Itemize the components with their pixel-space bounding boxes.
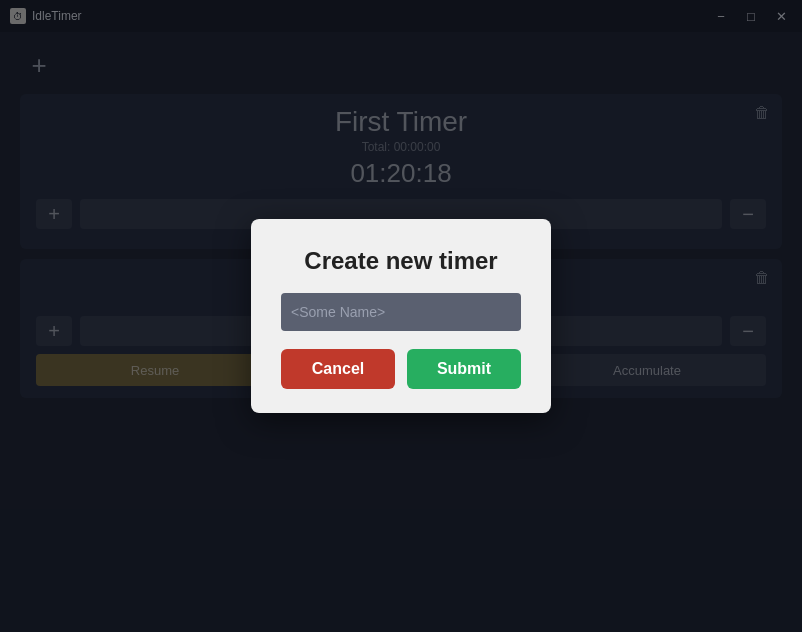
create-timer-dialog: Create new timer Cancel Submit bbox=[251, 219, 551, 413]
submit-button[interactable]: Submit bbox=[407, 349, 521, 389]
dialog-action-buttons: Cancel Submit bbox=[281, 349, 521, 389]
dialog-title: Create new timer bbox=[281, 247, 521, 275]
timer-name-input[interactable] bbox=[281, 293, 521, 331]
modal-overlay: Create new timer Cancel Submit bbox=[0, 0, 802, 632]
cancel-button[interactable]: Cancel bbox=[281, 349, 395, 389]
